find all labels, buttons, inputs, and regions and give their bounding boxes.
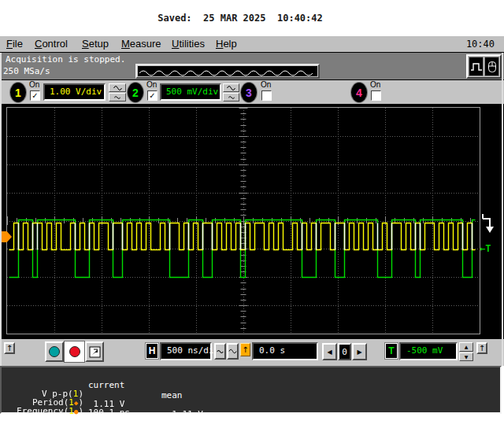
trigger-badge: T <box>385 343 398 359</box>
acquisition-status: Acquisition is stopped. <box>6 54 125 65</box>
sine-small-icon <box>113 95 121 100</box>
window-right-edge <box>502 53 503 366</box>
spin-down-icon: ▼ <box>465 354 469 360</box>
measurement-row-period: Period(1◆) 100.1 ns 100.1 ns <box>2 387 33 396</box>
channel-3-on-checkbox[interactable] <box>261 90 272 101</box>
status-bar: Acquisition is stopped. 250 MSa/s <box>0 53 504 80</box>
left-arrow-icon: ◀ <box>327 349 332 356</box>
up-arrow-icon: ↑ <box>6 344 13 352</box>
trigger-level-marker: ←T <box>480 243 491 254</box>
clock: 10:40 <box>466 39 495 50</box>
menu-bar: File Control Setup Measure Utilities Hel… <box>0 36 504 53</box>
channel-2-scale-up-button[interactable] <box>223 83 239 92</box>
right-collapse-button[interactable]: ↑ <box>476 342 487 354</box>
menu-setup[interactable]: Setup <box>82 38 109 50</box>
channel-1-scale-spinner <box>109 83 126 101</box>
pulse-icon <box>470 61 483 72</box>
channel-1-scale-down-button[interactable] <box>109 93 126 101</box>
time-reference-arrow-icon <box>480 213 499 235</box>
channel-2-scale-down-button[interactable] <box>223 93 239 101</box>
menu-utilities[interactable]: Utilities <box>172 38 205 50</box>
channel-2-on-label: On <box>146 80 157 89</box>
trigger-level-field[interactable]: -500 mV <box>399 342 458 360</box>
timebase-zoom-out-button[interactable] <box>227 343 239 360</box>
channel-1-scale-up-button[interactable] <box>109 83 126 92</box>
pointer-tool-button[interactable] <box>85 341 104 362</box>
channel-2-on-checkbox[interactable]: ✓ <box>147 90 158 101</box>
delay-field[interactable]: 0.0 s <box>252 342 318 360</box>
pulse-mode-button[interactable] <box>469 57 484 76</box>
menu-help[interactable]: Help <box>216 38 237 50</box>
waveform-preview-trace <box>138 66 317 76</box>
channel-2-scale-field[interactable]: 500 mV/div <box>160 83 221 101</box>
channel-4-on-checkbox[interactable] <box>371 90 381 101</box>
statusbar-buttons <box>466 54 502 79</box>
right-arrow-icon: ▶ <box>357 349 361 356</box>
up-arrow-icon: ↑ <box>479 344 485 352</box>
channel-3-button[interactable]: 3 <box>241 83 257 102</box>
channel-1-on-label: On <box>29 80 39 89</box>
channel-2-button[interactable]: 2 <box>128 83 143 102</box>
trigger-level-down-button[interactable]: ▼ <box>459 352 473 362</box>
measurement-header-mean: mean <box>161 390 183 400</box>
pointer-icon <box>89 346 101 358</box>
measurement-row-frequency: Frequency(1●) 9.99 MHz 9.99 MHz <box>2 396 33 404</box>
timebase-zoom-in-button[interactable] <box>214 343 226 360</box>
timebase-field[interactable]: 500 ns/div <box>160 342 212 360</box>
stop-icon <box>69 346 80 357</box>
waveform-canvas <box>7 108 480 334</box>
delay-zero-button[interactable]: 0 <box>338 343 351 360</box>
left-collapse-button[interactable]: ↑ <box>4 342 15 354</box>
mouse-mode-button[interactable] <box>484 57 499 76</box>
menu-measure[interactable]: Measure <box>121 38 161 50</box>
channel-4-button[interactable]: 4 <box>351 83 367 102</box>
channel-1-on-checkbox[interactable]: ✓ <box>30 90 40 101</box>
channel-2-scale-spinner <box>223 83 239 101</box>
menu-file[interactable]: File <box>6 38 23 50</box>
sample-rate: 250 MSa/s <box>3 66 50 76</box>
sine-small-icon <box>217 349 224 354</box>
sine-large-icon <box>113 85 123 91</box>
sine-preview-icon <box>138 68 316 78</box>
window-left-edge <box>0 53 2 366</box>
waveform-display: ←T <box>0 105 504 339</box>
spin-up-icon: ▲ <box>465 344 469 349</box>
sine-small-icon <box>228 95 235 100</box>
saved-strip: Saved: 25 MAR 2025 10:40:42 <box>0 0 504 36</box>
measurement-row-vpp: V p-p(1) 1.11 V 1.11 V <box>2 378 33 387</box>
delay-decrement-button[interactable]: ◀ <box>322 343 337 360</box>
measurement-header-current: current <box>88 380 124 390</box>
channel-3-on-label: On <box>261 80 271 89</box>
horizontal-position-icon: ↑ <box>240 343 250 356</box>
waveform-preview <box>135 64 320 79</box>
measurement-row-risetime: Rise time(1▼) ≤ 3.4 ns ? 3.4 ns <box>2 404 33 413</box>
channel-bar: 1 On ✓ 1.00 V/div 2 On ✓ 500 mV/div 3 On… <box>0 80 504 105</box>
channel-1-scale-field[interactable]: 1.00 V/div <box>43 83 106 101</box>
trigger-level-up-button[interactable]: ▲ <box>459 342 473 352</box>
run-icon <box>49 346 60 357</box>
oscilloscope-screen: Saved: 25 MAR 2025 10:40:42 File Control… <box>0 0 504 428</box>
mouse-icon <box>487 61 498 73</box>
stop-button[interactable] <box>64 341 85 363</box>
measurements-panel: current mean V p-p(1) 1.11 V 1.11 V Peri… <box>0 366 502 414</box>
horizontal-bar: ↑ H 500 ns/div ↑ 0.0 s ◀ 0 ▶ T -500 mV ▲… <box>0 339 504 366</box>
saved-timestamp: Saved: 25 MAR 2025 10:40:42 <box>0 13 480 24</box>
sine-large-icon <box>228 348 237 355</box>
trigger-level-spinner: ▲ ▼ <box>459 342 473 361</box>
delay-increment-button[interactable]: ▶ <box>352 343 367 360</box>
channel-4-on-label: On <box>370 80 380 89</box>
run-button[interactable] <box>45 341 64 362</box>
bottom-strip <box>0 415 504 428</box>
horizontal-badge: H <box>146 343 158 359</box>
menu-control[interactable]: Control <box>35 38 68 50</box>
sine-large-icon <box>226 85 236 91</box>
channel-1-button[interactable]: 1 <box>10 83 26 102</box>
